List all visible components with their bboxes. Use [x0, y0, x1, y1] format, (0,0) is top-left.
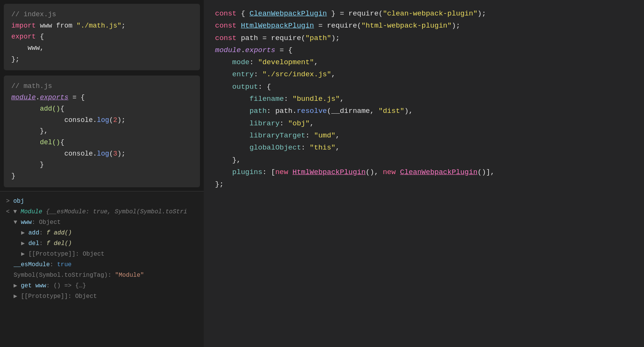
console-del-line: ▶ del: f del() [6, 238, 198, 249]
log-arg-3: 3 [113, 150, 117, 157]
import-path: "./math.js" [77, 22, 121, 29]
log-arg-2: 2 [113, 116, 117, 124]
export-keyword: export [11, 33, 40, 40]
rline-2: const HtmlWebpackPlugin = require("html-… [215, 20, 633, 32]
html-plugin-new: HtmlWebpackPlugin [292, 168, 366, 176]
import-keyword: import [11, 22, 40, 29]
rline-4: module.exports = { [215, 44, 633, 56]
add-method: add() [40, 105, 60, 113]
export-line: export { [11, 31, 192, 43]
del-close-line: } [11, 159, 192, 171]
console-panel: > obj < ▼ Module {__esModule: true, Symb… [0, 191, 204, 347]
console-module-line: < ▼ Module {__esModule: true, Symbol(Sym… [6, 207, 198, 217]
log-method-2: log [97, 150, 109, 157]
console-add-key: add [28, 230, 39, 236]
console-obj-line: > obj [6, 196, 198, 207]
rline-5: mode: "development", [215, 56, 633, 68]
rline-15: }; [215, 178, 633, 190]
console-esmodule-line: __esModule: true [6, 259, 198, 270]
rline-9: path: path.resolve(__dirname, "dist"), [215, 105, 633, 117]
console-proto2-line: ▶ [[Prototype]]: Object [6, 291, 198, 302]
rline-12: globalObject: "this", [215, 142, 633, 154]
add-method-line: add(){ [11, 103, 192, 115]
console-log-2-line: console.log(2); [11, 115, 192, 126]
rline-6: entry: "./src/index.js", [215, 68, 633, 80]
symbol-val: "Module" [115, 272, 144, 279]
console-del-key: del [28, 240, 39, 247]
index-comment-line: // index.js [11, 9, 192, 20]
rline-8: filename: "bundle.js", [215, 93, 633, 105]
left-panel: // index.js import www from "./math.js";… [0, 0, 204, 347]
console-symbol-line: Symbol(Symbol.toStringTag): "Module" [6, 270, 198, 281]
rline-13: }, [215, 154, 633, 166]
console-text: console. [64, 116, 97, 124]
module-keyword: module [11, 94, 36, 101]
rline-11: libraryTarget: "umd", [215, 130, 633, 142]
rline-7: output: { [215, 81, 633, 93]
math-close-line: } [11, 171, 192, 182]
export-close-line: }; [11, 54, 192, 65]
clean-plugin-new: CleanWebpackPlugin [400, 168, 477, 176]
rline-10: library: "obj", [215, 117, 633, 130]
math-comment-line: // math.js [11, 81, 192, 92]
clean-plugin-ref: CleanWebpackPlugin [249, 9, 327, 18]
module-label: Module [20, 208, 46, 215]
exports-keyword: exports [40, 94, 69, 101]
index-js-card: // index.js import www from "./math.js";… [4, 4, 200, 70]
html-plugin-ref: HtmlWebpackPlugin [241, 22, 314, 30]
import-id: www [40, 22, 56, 29]
math-js-card: // math.js module.exports = { add(){ con… [4, 76, 200, 187]
from-keyword: from [56, 22, 77, 29]
module-exports-line: module.exports = { [11, 92, 192, 103]
console-www-key: www [21, 219, 32, 226]
import-line: import www from "./math.js"; [11, 20, 192, 32]
right-panel: const { CleanWebpackPlugin } = require("… [204, 0, 644, 347]
console-www-line: ▼ www: Object [6, 217, 198, 228]
index-comment: // index.js [11, 11, 56, 18]
rline-3: const path = require("path"); [215, 32, 633, 44]
www-line: www, [11, 43, 192, 54]
esmodule-val: true [57, 261, 71, 268]
console-log-3-line: console.log(3); [11, 148, 192, 160]
esmodule-key: __esModule [14, 261, 50, 268]
add-close-line: }, [11, 126, 192, 137]
console-add-line: ▶ add: f add() [6, 228, 198, 238]
del-method-line: del(){ [11, 137, 192, 148]
console-text-2: console. [64, 150, 97, 157]
rline-1: const { CleanWebpackPlugin } = require("… [215, 8, 633, 20]
math-comment: // math.js [11, 82, 52, 90]
rline-14: plugins: [new HtmlWebpackPlugin(), new C… [215, 166, 633, 178]
console-obj-text: obj [13, 198, 24, 205]
symbol-key: Symbol(Symbol.toStringTag) [14, 272, 108, 279]
console-getwww-line: ▶ get www: () => {…} [6, 281, 198, 291]
console-proto1-line: ▶ [[Prototype]]: Object [6, 249, 198, 259]
del-method: del() [40, 139, 60, 146]
log-method: log [97, 116, 109, 124]
